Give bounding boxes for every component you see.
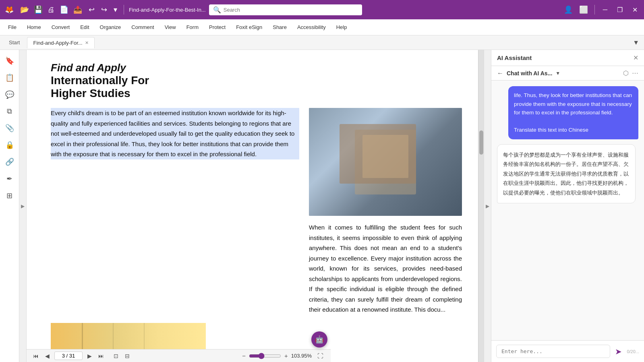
compare-icon[interactable]: ⊟ <box>123 352 131 360</box>
menu-comment[interactable]: Comment <box>126 22 159 33</box>
open-icon[interactable]: 📂 <box>19 4 31 16</box>
close-button[interactable]: ✕ <box>629 4 641 15</box>
pdf-page: Find and Apply Internationally For Highe… <box>27 50 478 362</box>
share-icon[interactable]: 📤 <box>72 4 84 16</box>
last-page-button[interactable]: ⏭ <box>97 352 106 360</box>
menu-share[interactable]: Share <box>268 22 292 33</box>
article-body: Every child's dream is to be part of an … <box>51 108 462 315</box>
account-icon[interactable]: 👤 <box>562 4 574 16</box>
ai-bot-button[interactable]: 🤖 <box>311 331 327 348</box>
menu-view[interactable]: View <box>160 22 181 33</box>
pdf-scrollbar[interactable] <box>478 50 484 362</box>
sidebar-link-icon[interactable]: 🔗 <box>2 154 17 170</box>
title-partial: Find and Apply <box>51 62 462 74</box>
article-title: Find and Apply Internationally For Highe… <box>51 58 462 100</box>
ai-text-input[interactable] <box>496 345 610 358</box>
char-count-label: 0/20... <box>627 349 639 354</box>
ai-response-bubble: 每个孩子的梦想都是成为一个享有全球声誉、设施和服务经验丰富的知名机构的一份子。居… <box>497 144 636 203</box>
pdf-content: Find and Apply Internationally For Highe… <box>27 50 478 362</box>
pdf-container: Find and Apply Internationally For Highe… <box>27 50 478 362</box>
sidebar-bookmark-icon[interactable]: 🔖 <box>2 53 17 68</box>
study-image <box>309 108 462 216</box>
zoom-out-button[interactable]: − <box>240 352 247 360</box>
menu-bar: File Home Convert Edit Organize Comment … <box>0 19 644 35</box>
menu-help[interactable]: Help <box>331 22 352 33</box>
chat-dropdown-icon[interactable]: ▼ <box>555 70 560 76</box>
sidebar-comment-icon[interactable]: 💬 <box>2 87 17 102</box>
ai-panel-close-icon[interactable]: ✕ <box>633 54 638 62</box>
scroll-thumb[interactable] <box>479 130 483 155</box>
tab-bar: Start Find-and-Apply-For... ✕ ▼ <box>0 35 644 50</box>
doc-title: Find-and-Apply-For-the-Best-In... <box>129 7 206 13</box>
scan-icon[interactable]: 📄 <box>58 4 70 16</box>
sidebar-lock-icon[interactable]: 🔒 <box>2 137 17 153</box>
title-bar: 🦊 📂 💾 🖨 📄 📤 ↩ ↪ ▾ Find-and-Apply-For-the… <box>0 0 644 19</box>
menu-organize[interactable]: Organize <box>95 22 126 33</box>
left-sidebar: 🔖 📋 💬 ⧉ 📎 🔒 🔗 ✒ ⊞ <box>0 50 19 362</box>
ai-panel: AI Assistant ✕ ← Chat with AI As... ▼ ⬡ … <box>491 50 644 362</box>
app-logo-icon[interactable]: 🦊 <box>3 4 15 16</box>
zoom-slider[interactable] <box>249 353 281 359</box>
ai-panel-header: AI Assistant ✕ <box>491 50 644 66</box>
dropdown-arrow-icon[interactable]: ▾ <box>112 4 119 16</box>
article-right-col: When it comes to fulfilling the student … <box>309 108 462 315</box>
tab-label: Find-and-Apply-For... <box>33 40 82 46</box>
tab-close-icon[interactable]: ✕ <box>85 40 89 46</box>
prev-page-button[interactable]: ◀ <box>43 352 51 360</box>
chat-title: Chat with AI As... <box>507 70 552 77</box>
collapse-arrow-left[interactable]: ▶ <box>19 50 27 362</box>
undo-icon[interactable]: ↩ <box>87 4 96 16</box>
collapse-arrow-right[interactable]: ▶ <box>484 50 491 362</box>
menu-accessibility[interactable]: Accessibility <box>292 22 331 33</box>
send-button[interactable]: ➤ <box>613 345 623 358</box>
article-left-col: Every child's dream is to be part of an … <box>51 108 299 315</box>
menu-home[interactable]: Home <box>22 22 46 33</box>
chat-more-icon[interactable]: ⋯ <box>632 69 638 77</box>
user-message-bubble: life. Thus, they look for better institu… <box>508 86 638 139</box>
chat-export-icon[interactable]: ⬡ <box>623 69 629 77</box>
ai-messages: life. Thus, they look for better institu… <box>491 81 644 340</box>
user-message-text: life. Thus, they look for better institu… <box>514 92 632 133</box>
tab-dropdown-icon[interactable]: ▼ <box>631 37 641 48</box>
next-page-button[interactable]: ▶ <box>86 352 93 360</box>
tab-active[interactable]: Find-and-Apply-For... ✕ <box>27 37 94 48</box>
chat-header-icons: ⬡ ⋯ <box>623 69 638 77</box>
expand-icon[interactable]: ⬜ <box>578 4 590 16</box>
back-button[interactable]: ← <box>497 70 503 77</box>
menu-form[interactable]: Form <box>182 22 203 33</box>
sidebar-grid-icon[interactable]: ⊞ <box>3 188 16 203</box>
redo-icon[interactable]: ↪ <box>99 4 109 16</box>
right-col-text: When it comes to fulfilling the student … <box>309 222 462 315</box>
title-line3: Higher Studies <box>51 87 462 100</box>
pdf-area: Find and Apply Internationally For Highe… <box>27 50 484 362</box>
menu-convert[interactable]: Convert <box>47 22 75 33</box>
print-icon[interactable]: 🖨 <box>46 4 56 16</box>
split-icon[interactable]: ⊡ <box>112 352 120 360</box>
right-col-text-area: When it comes to fulfilling the student … <box>309 222 462 315</box>
zoom-percent: 103.95% <box>291 353 312 359</box>
view-icons: − + 103.95% <box>240 352 312 360</box>
first-page-button[interactable]: ⏮ <box>31 352 40 360</box>
ai-chat-header: ← Chat with AI As... ▼ ⬡ ⋯ <box>491 66 644 81</box>
minimize-button[interactable]: ─ <box>600 4 611 15</box>
menu-file[interactable]: File <box>3 22 21 33</box>
page-number-input[interactable] <box>54 352 83 360</box>
menu-edit[interactable]: Edit <box>75 22 94 33</box>
tab-start[interactable]: Start <box>3 37 25 48</box>
menu-protect[interactable]: Protect <box>204 22 230 33</box>
search-input[interactable] <box>224 7 344 13</box>
save-icon[interactable]: 💾 <box>32 4 44 16</box>
search-bar[interactable]: 🔍 <box>209 4 362 15</box>
fullscreen-button[interactable]: ⛶ <box>315 352 326 360</box>
zoom-in-button[interactable]: + <box>283 352 290 360</box>
separator2 <box>594 5 595 14</box>
title-line2: Internationally For <box>51 74 462 87</box>
maximize-button[interactable]: ❐ <box>614 4 626 15</box>
sidebar-page-icon[interactable]: 📋 <box>2 70 17 85</box>
sidebar-stamp-icon[interactable]: ✒ <box>3 171 16 186</box>
sidebar-layers-icon[interactable]: ⧉ <box>4 104 15 119</box>
ai-panel-title: AI Assistant <box>497 54 630 61</box>
menu-foxit-esign[interactable]: Foxit eSign <box>231 22 267 33</box>
sidebar-attachment-icon[interactable]: 📎 <box>2 120 17 136</box>
highlighted-paragraph: Every child's dream is to be part of an … <box>51 108 299 159</box>
